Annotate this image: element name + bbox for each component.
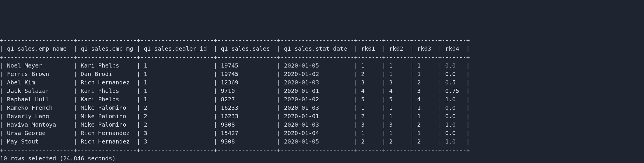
sql-result-table: +--------------------+-----------------+… [0,36,644,163]
